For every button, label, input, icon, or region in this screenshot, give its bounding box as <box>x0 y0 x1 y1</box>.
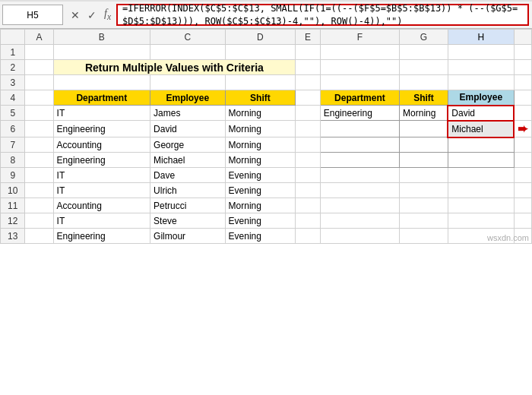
row-header-5[interactable]: 5 <box>1 106 25 121</box>
cell-h2[interactable] <box>448 60 514 75</box>
cell-h6-result2[interactable]: Michael <box>448 121 514 137</box>
cell-g2[interactable] <box>400 60 448 75</box>
cell-b12[interactable]: IT <box>53 213 150 229</box>
cell-f10[interactable] <box>320 183 399 198</box>
row-header-9[interactable]: 9 <box>1 168 25 183</box>
cell-i9[interactable] <box>514 168 531 183</box>
cell-f8[interactable] <box>320 153 399 168</box>
cell-g13[interactable] <box>400 229 448 244</box>
cell-g6[interactable] <box>400 121 448 137</box>
row-header-10[interactable]: 10 <box>1 183 25 198</box>
cell-f7[interactable] <box>320 137 399 153</box>
cell-i8[interactable] <box>514 153 531 168</box>
cell-h5-result1[interactable]: David <box>448 106 514 121</box>
row-header-4[interactable]: 4 <box>1 90 25 106</box>
cell-g11[interactable] <box>400 198 448 213</box>
cell-h11[interactable] <box>448 198 514 213</box>
cell-e4[interactable] <box>296 90 320 106</box>
cell-b7[interactable]: Accounting <box>53 137 150 153</box>
col-header-d[interactable]: D <box>225 30 296 45</box>
cell-c6[interactable]: David <box>150 121 226 137</box>
col-header-b[interactable]: B <box>53 30 150 45</box>
cell-a2[interactable] <box>25 60 53 75</box>
cell-d10[interactable]: Evening <box>225 183 296 198</box>
cell-e2[interactable] <box>296 60 320 75</box>
cell-d3[interactable] <box>225 75 296 90</box>
cell-d7[interactable]: Morning <box>225 137 296 153</box>
cell-d12[interactable]: Evening <box>225 213 296 229</box>
cell-b5[interactable]: IT <box>53 106 150 121</box>
col-header-f[interactable]: F <box>320 30 399 45</box>
cell-d1[interactable] <box>225 45 296 60</box>
cell-c12[interactable]: Steve <box>150 213 226 229</box>
insert-function-icon[interactable]: fx <box>102 6 113 24</box>
cell-e13[interactable] <box>296 229 320 244</box>
row-header-7[interactable]: 7 <box>1 137 25 153</box>
cell-i5[interactable] <box>514 106 531 121</box>
cell-e5[interactable] <box>296 106 320 121</box>
cell-d6[interactable]: Morning <box>225 121 296 137</box>
cell-a13[interactable] <box>25 229 53 244</box>
cell-b1[interactable] <box>53 45 150 60</box>
cell-i7[interactable] <box>514 137 531 153</box>
col-header-e[interactable]: E <box>296 30 320 45</box>
col-header-c[interactable]: C <box>150 30 226 45</box>
cell-h8-result4[interactable] <box>448 153 514 168</box>
cell-a9[interactable] <box>25 168 53 183</box>
cell-b10[interactable]: IT <box>53 183 150 198</box>
cell-i11[interactable] <box>514 198 531 213</box>
cell-e7[interactable] <box>296 137 320 153</box>
cell-i2[interactable] <box>514 60 531 75</box>
cell-a3[interactable] <box>25 75 53 90</box>
cell-f12[interactable] <box>320 213 399 229</box>
cell-e11[interactable] <box>296 198 320 213</box>
cell-g9[interactable] <box>400 168 448 183</box>
cell-f3[interactable] <box>320 75 399 90</box>
cell-b11[interactable]: Accounting <box>53 198 150 213</box>
cell-h1[interactable] <box>448 45 514 60</box>
cell-i6[interactable]: ➨ <box>514 121 531 137</box>
cell-a8[interactable] <box>25 153 53 168</box>
cell-a10[interactable] <box>25 183 53 198</box>
cell-a4[interactable] <box>25 90 53 106</box>
cell-g10[interactable] <box>400 183 448 198</box>
cell-a5[interactable] <box>25 106 53 121</box>
cell-g12[interactable] <box>400 213 448 229</box>
cell-i4[interactable] <box>514 90 531 106</box>
cell-f1[interactable] <box>320 45 399 60</box>
cell-c8[interactable]: Michael <box>150 153 226 168</box>
cell-f6[interactable] <box>320 121 399 137</box>
cell-e1[interactable] <box>296 45 320 60</box>
row-header-1[interactable]: 1 <box>1 45 25 60</box>
cell-e10[interactable] <box>296 183 320 198</box>
col-header-i[interactable] <box>514 30 531 45</box>
cell-i3[interactable] <box>514 75 531 90</box>
cell-a6[interactable] <box>25 121 53 137</box>
cell-d13[interactable]: Evening <box>225 229 296 244</box>
cell-e9[interactable] <box>296 168 320 183</box>
cell-b13[interactable]: Engineering <box>53 229 150 244</box>
cell-f2[interactable] <box>320 60 399 75</box>
row-header-8[interactable]: 8 <box>1 153 25 168</box>
cell-c9[interactable]: Dave <box>150 168 226 183</box>
cell-g8[interactable] <box>400 153 448 168</box>
cell-b3[interactable] <box>53 75 150 90</box>
cell-d11[interactable]: Morning <box>225 198 296 213</box>
row-header-11[interactable]: 11 <box>1 198 25 213</box>
cell-f9[interactable] <box>320 168 399 183</box>
cell-f13[interactable] <box>320 229 399 244</box>
cell-a1[interactable] <box>25 45 53 60</box>
cell-e8[interactable] <box>296 153 320 168</box>
cell-g5[interactable]: Morning <box>400 106 448 121</box>
cell-c10[interactable]: Ulrich <box>150 183 226 198</box>
cell-e3[interactable] <box>296 75 320 90</box>
cell-c7[interactable]: George <box>150 137 226 153</box>
cell-i12[interactable] <box>514 213 531 229</box>
cell-a11[interactable] <box>25 198 53 213</box>
cell-c1[interactable] <box>150 45 226 60</box>
cell-d9[interactable]: Evening <box>225 168 296 183</box>
cell-f5[interactable]: Engineering <box>320 106 399 121</box>
cell-c11[interactable]: Petrucci <box>150 198 226 213</box>
cell-a7[interactable] <box>25 137 53 153</box>
cell-d8[interactable]: Morning <box>225 153 296 168</box>
